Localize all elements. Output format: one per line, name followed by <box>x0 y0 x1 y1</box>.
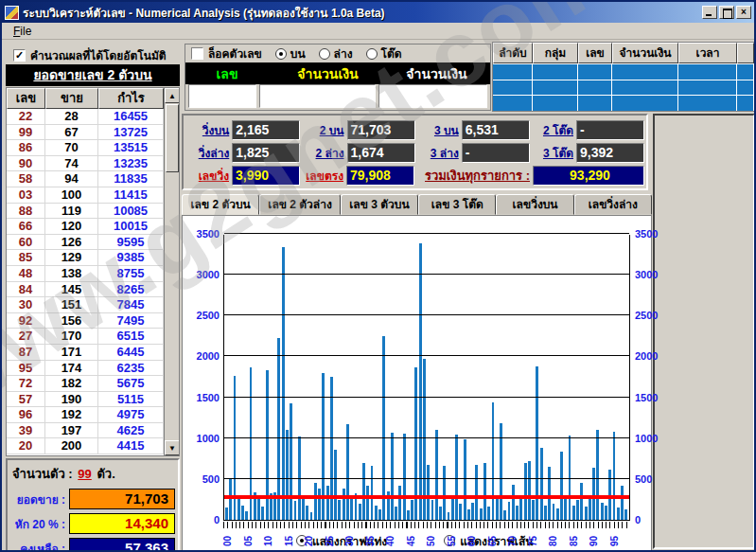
tab-เลข 2 ตัวล่าง[interactable]: เลข 2 ตัวล่าง <box>259 194 340 215</box>
stat-label[interactable]: 3 ล่าง <box>415 144 462 162</box>
table-row[interactable]: 0310011415 <box>7 187 179 204</box>
bar-73 <box>519 496 522 520</box>
bar-52 <box>435 430 438 520</box>
x-tick-label: 00 <box>222 534 233 549</box>
queue-col-group[interactable]: กลุ่ม <box>533 43 578 63</box>
table-row[interactable]: 996713725 <box>7 125 179 141</box>
cell-number: 48 <box>7 266 45 281</box>
bar-35 <box>366 486 369 520</box>
menu-file[interactable]: File <box>8 24 37 39</box>
table-row[interactable]: 721825675 <box>7 376 179 392</box>
table-row[interactable]: 961924975 <box>7 407 179 423</box>
col-header-sell[interactable]: ขาย <box>45 88 98 109</box>
tab-เลข 2 ตัวบน[interactable]: เลข 2 ตัวบน <box>182 194 259 215</box>
table-row[interactable]: 841458265 <box>7 282 179 298</box>
gridline <box>224 274 629 275</box>
table-row[interactable]: 391974625 <box>7 423 179 439</box>
table-row[interactable]: 6612010015 <box>7 219 179 235</box>
minimize-button[interactable] <box>702 6 717 19</box>
radio-top-label[interactable]: บน <box>290 45 306 62</box>
radio-tod-icon[interactable] <box>366 48 378 60</box>
col-header-number[interactable]: เลข <box>7 88 45 109</box>
stats-row-3: เลขวิ่ง3,990เลขตรง79,908รวมเงินทุกรายการ… <box>185 164 644 187</box>
scroll-down-icon[interactable]: ▼ <box>165 440 180 455</box>
right-empty-panel <box>653 114 755 549</box>
radio-bottom-label[interactable]: ล่าง <box>334 45 353 62</box>
queue-col-amount[interactable]: จำนวนเงิน <box>612 43 678 63</box>
queue-col-time[interactable]: เวลา <box>678 43 737 63</box>
x-tick-label: 45 <box>405 534 415 549</box>
maximize-button[interactable] <box>719 6 734 19</box>
table-row[interactable]: 481388755 <box>7 266 179 282</box>
close-button[interactable]: × <box>736 6 751 19</box>
scroll-up-icon[interactable]: ▲ <box>165 88 180 103</box>
title-bar[interactable]: ระบบวิเคราะห์ตัวเลข - Numerical Analysis… <box>2 2 754 23</box>
stat-label[interactable]: เลขตรง <box>300 167 346 185</box>
bar-64 <box>483 463 486 520</box>
stat-label[interactable]: 2 ล่าง <box>300 144 346 162</box>
table-row[interactable]: 951746235 <box>7 361 179 377</box>
radio-bottom-icon[interactable] <box>319 48 330 60</box>
lock-amount1-input[interactable] <box>259 84 376 108</box>
tab-เลขวิ่งล่าง[interactable]: เลขวิ่งล่าง <box>574 194 652 215</box>
table-row[interactable]: 222816455 <box>7 109 179 125</box>
threshold-line <box>224 495 629 499</box>
table-row[interactable]: 601269595 <box>7 235 179 251</box>
stat-label[interactable]: วิ่งบน <box>185 121 232 139</box>
radio-top-icon[interactable] <box>275 48 287 60</box>
table-row[interactable]: 202004415 <box>7 438 179 454</box>
stat-label[interactable]: เลขวิ่ง <box>185 167 232 185</box>
stat-label[interactable]: 3 บน <box>415 121 462 139</box>
table-row[interactable]: 301517845 <box>7 297 179 313</box>
stat-วิ่งบน: วิ่งบน2,165 <box>185 120 300 140</box>
cell-number: 95 <box>7 361 45 376</box>
tab-เลขวิ่งบน[interactable]: เลขวิ่งบน <box>496 194 573 215</box>
stat-label[interactable]: 2 บน <box>300 121 346 139</box>
table-row[interactable]: 271706515 <box>7 329 179 345</box>
deduct-value: 14,340 <box>69 513 175 534</box>
bar-05 <box>245 511 248 520</box>
y-tick-right: 1000 <box>635 433 667 444</box>
col-header-profit[interactable]: กำไร <box>98 88 164 109</box>
queue-row <box>493 80 754 96</box>
table-row[interactable]: 589411835 <box>7 171 179 187</box>
queue-cell <box>493 64 533 80</box>
table-row[interactable]: 571905115 <box>7 392 179 408</box>
tab-เลข 3 โต๊ด[interactable]: เลข 3 โต๊ด <box>418 194 496 215</box>
queue-cell <box>578 64 612 80</box>
bar-97 <box>617 507 620 520</box>
lock-amount2-input[interactable] <box>378 84 487 108</box>
cell-number: 92 <box>7 313 45 329</box>
stat-value: 79,908 <box>346 166 414 186</box>
auto-calc-checkbox[interactable]: ✓ <box>13 49 26 62</box>
stat-label[interactable]: 2 โต๊ด <box>530 121 576 139</box>
table-row[interactable]: 851299385 <box>7 250 179 266</box>
table-row[interactable]: 907413235 <box>7 156 179 172</box>
stat-label[interactable]: 3 โต๊ด <box>530 144 576 162</box>
cell-profit: 11835 <box>98 171 164 187</box>
radio-tod-label[interactable]: โต๊ด <box>381 45 402 62</box>
lock-number-input[interactable] <box>188 84 256 108</box>
cell-sell: 94 <box>45 171 98 187</box>
scroll-thumb[interactable] <box>166 104 179 172</box>
stat-label[interactable]: วิ่งล่าง <box>185 144 232 162</box>
queue-cell <box>493 96 533 111</box>
stat-เลขวิ่ง: เลขวิ่ง3,990 <box>185 166 300 186</box>
queue-col-number[interactable]: เลข <box>578 43 612 63</box>
queue-col-order[interactable]: ลำดับ <box>493 43 533 63</box>
queue-cell <box>737 64 754 80</box>
cell-profit: 13725 <box>98 125 164 140</box>
auto-calc-label: คำนวณผลที่ได้โดยอัตโนมัติ <box>30 46 167 64</box>
cell-number: 57 <box>7 392 45 407</box>
table-row[interactable]: 867013515 <box>7 140 179 156</box>
x-tick-label: 90 <box>589 534 599 549</box>
stat-label[interactable]: รวมเงินทุกรายการ : <box>414 166 533 186</box>
lock-checkbox[interactable] <box>191 47 203 60</box>
table-row[interactable]: 921567495 <box>7 313 179 329</box>
table-row[interactable]: 8811910085 <box>7 204 179 220</box>
table-row[interactable]: 871716445 <box>7 345 179 361</box>
tab-เลข 3 ตัวบน[interactable]: เลข 3 ตัวบน <box>341 194 418 215</box>
bar-75 <box>528 461 531 520</box>
cell-profit: 9385 <box>98 250 164 265</box>
sales-table-scrollbar[interactable]: ▲ ▼ <box>164 88 179 455</box>
